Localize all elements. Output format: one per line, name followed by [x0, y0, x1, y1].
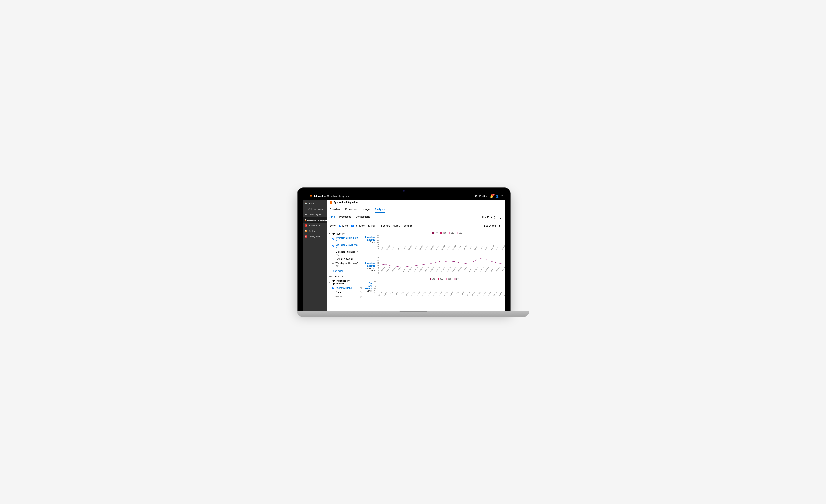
chart-title: Inventory Lookup [365, 262, 375, 267]
subtab-apis[interactable]: APIs [330, 215, 335, 219]
api-tree-header[interactable]: ▼ APIs (38) ? [329, 233, 362, 235]
chart-inventory-rt: Inventory Lookup Response Time 201816141… [365, 256, 501, 272]
api-item-workday-notification[interactable]: Workday Notification (6 ms) [332, 262, 362, 267]
brand-logo-icon [309, 195, 313, 198]
show-more-link[interactable]: Show more [332, 270, 362, 272]
api-item-expedited-purchase[interactable]: Expedited Purchase (7 ms) [332, 251, 362, 256]
chevron-down-icon[interactable]: ▼ [347, 195, 349, 197]
tab-analysis[interactable]: Analysis [375, 208, 385, 213]
subtab-processes[interactable]: Processes [339, 215, 351, 219]
menu-icon[interactable] [305, 195, 307, 197]
help-icon[interactable]: ? [360, 296, 362, 298]
chart-legend: 500403310203 [374, 278, 505, 280]
aggregates-subheader[interactable]: ▼ APIs Grouped by Application [329, 280, 362, 285]
api-checkbox[interactable] [332, 263, 334, 266]
primary-tabs: Overview Processes Usage Analysis [327, 205, 505, 213]
data-int-icon: ⇄ [305, 213, 307, 216]
sidebar-item-all-infra[interactable]: ◆ All Infrastructure [303, 206, 327, 212]
time-window-select[interactable]: Last 24 hours ▲▼ [483, 224, 503, 228]
api-item-inventory-lookup[interactable]: Inventory Lookup (10 ms) [332, 237, 362, 242]
date-picker[interactable]: Nov 2019 ▲▼ [480, 215, 497, 220]
sidebar: 🏠 Home ◆ All Infrastructure ⇄ Data Integ… [303, 199, 327, 311]
sidebar-item-label: Data Quality [309, 235, 320, 238]
aggregates-heading: AGGREGATES [329, 275, 362, 278]
charts-panel: Inventory Lookup Errors 500403310203 605… [364, 230, 505, 311]
bar-plot [379, 235, 505, 249]
x-axis: 08:00 AM09:00 AM10:00 AM11:00 AM12:00 PM… [377, 250, 505, 251]
chart-title: Get Parts Details [365, 282, 372, 290]
y-axis: 6050403020100 [377, 235, 379, 249]
filter-incoming[interactable]: Incoming Requests (Thousands) [378, 225, 413, 227]
agg-checkbox[interactable] [332, 296, 334, 298]
screen: Informatica Operational Insights ▼ IICS … [303, 193, 505, 311]
env-dropdown[interactable]: IICS iPaaS ▼ [474, 195, 487, 197]
help-icon[interactable]: ? [342, 233, 345, 235]
help-icon[interactable]: ? [501, 195, 503, 198]
secondary-tabs-row: APIs Processes Connections Nov 2019 ▲▼ ⭳ [327, 213, 505, 222]
dq-icon: DQ [305, 235, 307, 238]
agg-item-manufacturing[interactable]: #manufacturing ? [332, 287, 362, 289]
chart-subtitle: Errors [365, 241, 375, 243]
sidebar-item-data-integration[interactable]: ⇄ Data Integration [303, 212, 327, 217]
subtab-connections[interactable]: Connections [356, 215, 370, 219]
sidebar-item-data-quality[interactable]: DQ Data Quality [303, 234, 327, 239]
filter-row: Show: Errors Response Time (ms) Incoming… [327, 222, 505, 230]
sidebar-item-label: Big Data [309, 230, 316, 232]
help-icon[interactable]: ? [360, 291, 362, 294]
breadcrumb: Application Integration [327, 199, 505, 205]
date-picker-value: Nov 2019 [482, 216, 491, 218]
tab-usage[interactable]: Usage [362, 208, 369, 213]
laptop-frame: Informatica Operational Insights ▼ IICS … [297, 187, 511, 311]
api-checkbox[interactable] [332, 245, 334, 247]
infra-icon: ◆ [305, 208, 307, 210]
main: Application Integration Overview Process… [327, 199, 505, 311]
line-plot [379, 256, 505, 271]
sidebar-item-home[interactable]: 🏠 Home [303, 201, 327, 206]
api-item-fulfillment[interactable]: Fulfillment (6.9 ms) [332, 258, 362, 260]
chart-parts-errors: Get Parts Details Errors 500403310203 60… [365, 278, 501, 297]
y-axis: 20181614121086420 [377, 256, 379, 271]
chart-subtitle: Response Time [365, 267, 375, 271]
sidebar-item-label: Application Integration [307, 219, 328, 221]
tab-overview[interactable]: Overview [330, 208, 340, 213]
sidebar-item-powercenter[interactable]: PC PowerCenter [303, 223, 327, 228]
filter-rt-checkbox[interactable] [351, 225, 354, 227]
filter-errors[interactable]: Errors [339, 225, 349, 227]
chevron-down-icon: ▼ [485, 195, 487, 197]
chart-legend: 500403310203 [377, 232, 505, 234]
filter-response-time[interactable]: Response Time (ms) [351, 225, 375, 227]
date-arrows-icon: ▲▼ [493, 216, 495, 219]
agg-item-sales[interactable]: #sales ? [332, 296, 362, 298]
agg-item-capex[interactable]: #capex ? [332, 291, 362, 294]
tab-processes[interactable]: Processes [345, 208, 357, 213]
show-label: Show: [330, 225, 336, 227]
sidebar-item-big-data[interactable]: Dv Big Data [303, 228, 327, 234]
section-name[interactable]: Operational Insights [327, 195, 347, 197]
user-icon[interactable]: 👤 [496, 195, 499, 198]
pc-icon: PC [305, 224, 307, 227]
filter-incoming-checkbox[interactable] [378, 225, 380, 227]
api-checkbox[interactable] [332, 238, 334, 240]
sidebar-item-label: PowerCenter [309, 224, 320, 227]
agg-checkbox[interactable] [332, 291, 334, 294]
sidebar-item-app-integration[interactable]: ◼ Application Integration [303, 217, 327, 223]
notifications-button[interactable]: 🔔 36 [490, 195, 493, 198]
sidebar-item-label: Home [309, 202, 314, 204]
filter-errors-checkbox[interactable] [339, 225, 341, 227]
home-icon: 🏠 [305, 202, 307, 205]
breadcrumb-label: Application Integration [334, 201, 358, 204]
topbar: Informatica Operational Insights ▼ IICS … [303, 193, 505, 199]
api-checkbox[interactable] [332, 258, 334, 260]
caret-down-icon: ▼ [329, 281, 331, 283]
agg-checkbox[interactable] [332, 287, 334, 289]
sidebar-item-label: All Infrastructure [309, 208, 323, 210]
caret-down-icon: ▼ [329, 233, 331, 235]
help-icon[interactable]: ? [360, 287, 362, 289]
api-checkbox[interactable] [332, 252, 334, 254]
api-item-get-parts-details[interactable]: Get Parts Details (9.2 ms) [332, 244, 362, 249]
laptop-base [297, 311, 529, 317]
download-icon[interactable]: ⭳ [499, 216, 503, 219]
chart-subtitle: Errors [365, 290, 372, 292]
bd-icon: Dv [305, 230, 307, 232]
brand-name: Informatica [314, 195, 326, 197]
